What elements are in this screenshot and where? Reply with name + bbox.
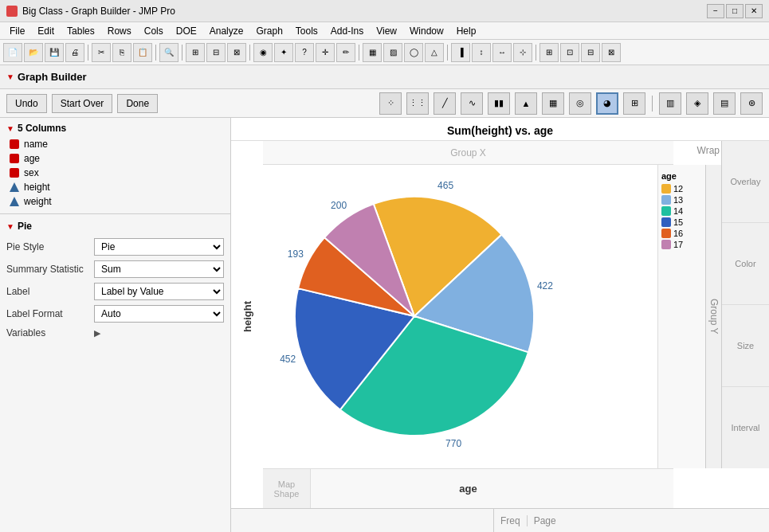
menu-file[interactable]: File bbox=[3, 24, 31, 38]
size-zone[interactable]: Size bbox=[722, 305, 769, 387]
toolbar-copy[interactable]: ⎘ bbox=[112, 43, 131, 62]
x-axis-zone[interactable]: age bbox=[263, 468, 673, 508]
chart-bar[interactable]: ▮▮ bbox=[488, 92, 510, 115]
chart-summary[interactable]: ▥ bbox=[659, 92, 681, 115]
toolbar-help[interactable]: ? bbox=[295, 43, 314, 62]
menu-addins[interactable]: Add-Ins bbox=[324, 24, 370, 38]
pie-format-row: Label Format Auto bbox=[6, 305, 224, 323]
toolbar-b1[interactable]: ⊞ bbox=[186, 43, 205, 62]
menu-view[interactable]: View bbox=[370, 24, 403, 38]
gb-collapse-icon[interactable]: ▼ bbox=[6, 72, 14, 81]
col-weight[interactable]: weight bbox=[6, 194, 224, 209]
window-title: Big Class - Graph Builder - JMP Pro bbox=[22, 6, 175, 17]
columns-header[interactable]: ▼ 5 Columns bbox=[6, 123, 224, 134]
pie-style-select[interactable]: Pie bbox=[94, 238, 224, 256]
chart-area[interactable]: ▲ bbox=[515, 92, 537, 115]
toolbar-new[interactable]: 📄 bbox=[3, 43, 22, 62]
toolbar-c1[interactable]: ◉ bbox=[253, 43, 273, 62]
gb-title: Graph Builder bbox=[18, 71, 87, 83]
toolbar-print[interactable]: 🖨 bbox=[65, 43, 84, 62]
chart-pie[interactable]: ◕ bbox=[596, 92, 618, 115]
chart-contour[interactable]: ◎ bbox=[569, 92, 591, 115]
color-zone[interactable]: Color bbox=[722, 223, 769, 305]
pie-collapse-icon: ▼ bbox=[6, 222, 14, 231]
chart-heatmap[interactable]: ▦ bbox=[542, 92, 564, 115]
toolbar-v4[interactable]: ⊹ bbox=[513, 43, 532, 62]
pie-chart-container[interactable]: 465422770452193200 bbox=[263, 165, 705, 468]
map-shape-area[interactable]: Map Shape bbox=[263, 468, 311, 508]
toolbar-cut[interactable]: ✂ bbox=[92, 43, 111, 62]
toolbar-w1[interactable]: ⊞ bbox=[539, 43, 559, 62]
col-name[interactable]: name bbox=[6, 137, 224, 151]
col-height-icon bbox=[10, 182, 19, 192]
menu-window[interactable]: Window bbox=[403, 24, 450, 38]
svg-text:465: 465 bbox=[437, 180, 453, 191]
toolbar-u1[interactable]: ▦ bbox=[363, 43, 382, 62]
freq-label[interactable]: Freq bbox=[494, 515, 527, 526]
toolbar-b3[interactable]: ⊠ bbox=[227, 43, 246, 62]
chart-chord[interactable]: ⊛ bbox=[740, 92, 763, 115]
chart-smoother[interactable]: ∿ bbox=[461, 92, 483, 115]
toolbar-w3[interactable]: ⊟ bbox=[581, 43, 600, 62]
toolbar-w4[interactable]: ⊠ bbox=[602, 43, 621, 62]
app-icon bbox=[6, 6, 18, 17]
chart-treemap[interactable]: ▤ bbox=[713, 92, 736, 115]
wrap-label[interactable]: Wrap bbox=[697, 145, 720, 156]
minimize-button[interactable]: − bbox=[707, 4, 724, 18]
pie-variables-arrow[interactable]: ▶ bbox=[94, 328, 100, 338]
pie-header[interactable]: ▼ Pie bbox=[6, 221, 224, 232]
toolbar-t1[interactable]: ✛ bbox=[316, 43, 335, 62]
menu-graph[interactable]: Graph bbox=[249, 24, 288, 38]
group-x-label: Group X bbox=[450, 147, 486, 158]
toolbar-t2[interactable]: ✏ bbox=[336, 43, 355, 62]
toolbar-b2[interactable]: ⊟ bbox=[206, 43, 226, 62]
toolbar-c2[interactable]: ✦ bbox=[274, 43, 293, 62]
done-button[interactable]: Done bbox=[117, 94, 158, 113]
toolbar-u3[interactable]: ◯ bbox=[404, 43, 423, 62]
undo-button[interactable]: Undo bbox=[6, 94, 47, 113]
interval-zone[interactable]: Interval bbox=[722, 387, 769, 468]
menu-rows[interactable]: Rows bbox=[101, 24, 138, 38]
size-label: Size bbox=[737, 341, 754, 350]
chart-other1[interactable]: ⊞ bbox=[623, 92, 645, 115]
menu-tools[interactable]: Tools bbox=[289, 24, 324, 38]
menu-edit[interactable]: Edit bbox=[31, 24, 61, 38]
toolbar-open[interactable]: 📂 bbox=[24, 43, 43, 62]
toolbar-v3[interactable]: ↔ bbox=[492, 43, 512, 62]
menu-doe[interactable]: DOE bbox=[170, 24, 203, 38]
overlay-zone[interactable]: Overlay bbox=[722, 141, 769, 223]
pie-stat-select[interactable]: Sum bbox=[94, 260, 224, 278]
group-y-zone[interactable]: Group Y bbox=[705, 165, 721, 468]
pie-format-select[interactable]: Auto bbox=[94, 305, 224, 323]
chart-scatter[interactable]: ⁘ bbox=[379, 92, 402, 115]
toolbar-paste[interactable]: 📋 bbox=[133, 43, 152, 62]
start-over-button[interactable]: Start Over bbox=[52, 94, 113, 113]
title-bar-controls[interactable]: − □ ✕ bbox=[707, 4, 763, 18]
pie-label-select[interactable]: Label by Value bbox=[94, 283, 224, 300]
page-label[interactable]: Page bbox=[527, 515, 563, 526]
col-weight-label: weight bbox=[24, 196, 52, 207]
toolbar-u2[interactable]: ▨ bbox=[383, 43, 402, 62]
chart-violin[interactable]: ◈ bbox=[686, 92, 708, 115]
pie-style-row: Pie Style Pie bbox=[6, 238, 224, 256]
col-age[interactable]: age bbox=[6, 151, 224, 166]
close-button[interactable]: ✕ bbox=[745, 4, 763, 18]
chart-scatter2[interactable]: ⋮⋮ bbox=[406, 92, 429, 115]
menu-analyze[interactable]: Analyze bbox=[203, 24, 250, 38]
toolbar-search[interactable]: 🔍 bbox=[159, 43, 179, 62]
menu-tables[interactable]: Tables bbox=[61, 24, 101, 38]
toolbar-v1[interactable]: ▐ bbox=[451, 43, 470, 62]
maximize-button[interactable]: □ bbox=[726, 4, 743, 18]
chart-line[interactable]: ╱ bbox=[434, 92, 456, 115]
menu-cols[interactable]: Cols bbox=[138, 24, 170, 38]
toolbar-u4[interactable]: △ bbox=[425, 43, 444, 62]
toolbar-save[interactable]: 💾 bbox=[45, 43, 64, 62]
toolbar-sep-7 bbox=[536, 45, 536, 61]
col-name-label: name bbox=[24, 139, 48, 150]
col-sex[interactable]: sex bbox=[6, 166, 224, 180]
menu-help[interactable]: Help bbox=[450, 24, 483, 38]
col-height[interactable]: height bbox=[6, 180, 224, 194]
toolbar-w2[interactable]: ⊡ bbox=[560, 43, 579, 62]
toolbar-v2[interactable]: ↕ bbox=[472, 43, 491, 62]
group-x-zone[interactable]: Group X bbox=[263, 141, 673, 165]
